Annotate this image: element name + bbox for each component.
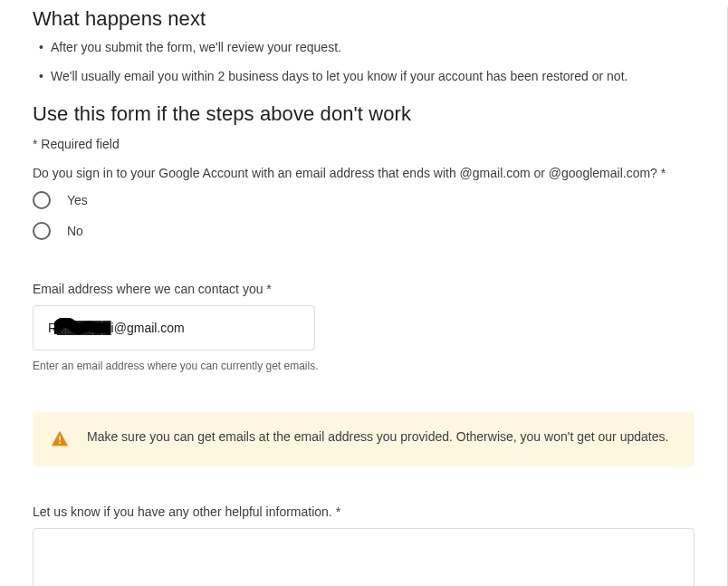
signin-question-label: Do you sign in to your Google Account wi… <box>33 166 694 180</box>
what-happens-next-heading: What happens next <box>33 7 694 31</box>
email-warning-banner: Make sure you can get emails at the emai… <box>33 412 694 466</box>
svg-rect-1 <box>59 442 61 444</box>
what-happens-next-list: After you submit the form, we'll review … <box>33 38 694 86</box>
radio-label-yes: Yes <box>67 193 88 207</box>
other-info-label: Let us know if you have any other helpfu… <box>33 504 694 519</box>
use-this-form-heading: Use this form if the steps above don't w… <box>33 102 694 126</box>
contact-email-helper: Enter an email address where you can cur… <box>33 360 694 372</box>
radio-icon <box>33 191 51 209</box>
radio-icon <box>33 222 51 240</box>
radio-label-no: No <box>67 224 83 238</box>
contact-email-label: Email address where we can contact you * <box>33 282 694 296</box>
bullet-item: After you submit the form, we'll review … <box>36 38 694 56</box>
svg-rect-0 <box>59 436 61 440</box>
other-info-textarea[interactable] <box>33 528 694 586</box>
bullet-item: We'll usually email you within 2 busines… <box>36 67 694 85</box>
warning-icon <box>51 430 69 450</box>
contact-email-input[interactable] <box>33 305 315 351</box>
warning-text: Make sure you can get emails at the emai… <box>87 428 668 447</box>
radio-option-no[interactable]: No <box>33 222 694 240</box>
radio-option-yes[interactable]: Yes <box>33 191 694 209</box>
required-field-note: * Required field <box>33 137 694 151</box>
